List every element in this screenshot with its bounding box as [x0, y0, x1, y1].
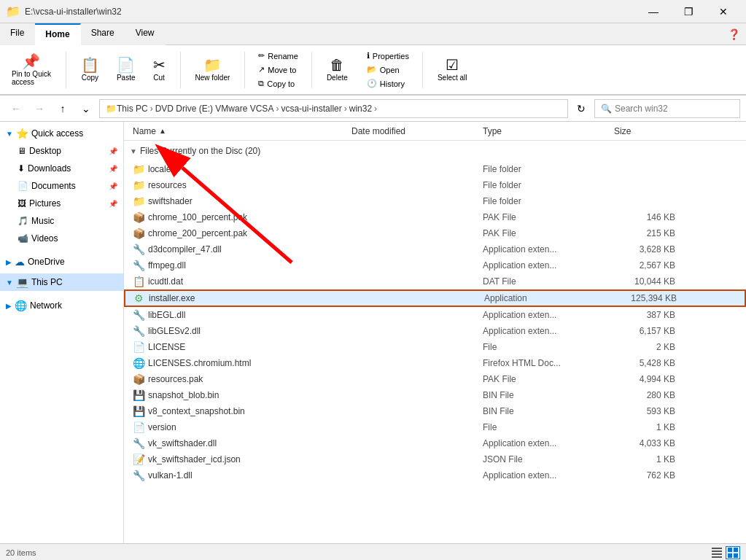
file-name: vulkan-1.dll: [148, 470, 193, 481]
sidebar-item-pictures[interactable]: 🖼 Pictures 📌: [0, 195, 123, 212]
table-row[interactable]: 📄 version File 1 KB: [124, 419, 746, 435]
table-row[interactable]: 📁 locales File folder: [124, 161, 746, 177]
main-content: ▼ ⭐ Quick access 🖥 Desktop 📌 ⬇ Downloads…: [0, 122, 746, 543]
details-view-button[interactable]: [710, 546, 724, 559]
tab-share[interactable]: Share: [81, 23, 125, 45]
col-size-header[interactable]: Size: [608, 126, 681, 136]
file-size: 4,994 KB: [608, 374, 681, 384]
file-type: PAK File: [477, 228, 608, 238]
file-icon-dll: 🔧: [133, 244, 145, 255]
breadcrumb-thispc[interactable]: This PC: [117, 104, 148, 114]
list-view-button[interactable]: [726, 546, 740, 559]
breadcrumb-vcsa[interactable]: vcsa-ui-installer: [281, 104, 341, 114]
table-row[interactable]: 🔧 vk_swiftshader.dll Application exten..…: [124, 435, 746, 451]
refresh-button[interactable]: ↻: [571, 98, 591, 119]
recent-locations-button[interactable]: ⌄: [76, 98, 96, 119]
select-all-button[interactable]: ☑ Select all: [432, 55, 473, 85]
table-row[interactable]: 📋 icudtl.dat DAT File 10,044 KB: [124, 273, 746, 289]
close-button[interactable]: ✕: [707, 0, 740, 23]
table-row[interactable]: 💾 snapshot_blob.bin BIN File 280 KB: [124, 387, 746, 403]
table-row[interactable]: 💾 v8_context_snapshot.bin BIN File 593 K…: [124, 403, 746, 419]
file-size: 280 KB: [608, 390, 681, 400]
properties-button[interactable]: ℹ Properties: [362, 50, 413, 62]
pin-quick-access-button[interactable]: 📌 Pin to Quickaccess: [6, 51, 57, 89]
table-row[interactable]: 📝 vk_swiftshader_icd.json JSON File 1 KB: [124, 451, 746, 467]
file-icon-file: 📄: [133, 421, 145, 433]
pictures-icon: 🖼: [18, 198, 26, 209]
music-label: Music: [31, 216, 54, 226]
select-all-icon: ☑: [446, 58, 459, 72]
table-row[interactable]: 📁 resources File folder: [124, 177, 746, 193]
col-date-header[interactable]: Date modified: [346, 126, 477, 136]
network-item[interactable]: ▶ 🌐 Network: [0, 297, 123, 314]
copy-button[interactable]: 📋 Copy: [75, 55, 105, 85]
file-size: 1 KB: [608, 422, 681, 432]
table-row[interactable]: 🔧 vulkan-1.dll Application exten... 762 …: [124, 467, 746, 483]
pin-documents-icon: 📌: [109, 182, 117, 190]
new-folder-button[interactable]: 📁 New folder: [190, 55, 236, 85]
sidebar-item-videos[interactable]: 📹 Videos: [0, 230, 123, 247]
move-label: Move to: [268, 66, 296, 74]
breadcrumb-dvddrive[interactable]: DVD Drive (E:) VMware VCSA: [155, 104, 274, 114]
cut-button[interactable]: ✂ Cut: [147, 55, 171, 85]
breadcrumb-win32[interactable]: win32: [349, 104, 372, 114]
thispc-item[interactable]: ▼ 💻 This PC: [0, 273, 123, 291]
table-row[interactable]: 🔧 ffmpeg.dll Application exten... 2,567 …: [124, 257, 746, 273]
file-name: locales: [148, 164, 175, 174]
sidebar-item-desktop[interactable]: 🖥 Desktop 📌: [0, 142, 123, 160]
file-name: v8_context_snapshot.bin: [148, 406, 245, 416]
file-type: Application exten...: [477, 438, 608, 448]
tab-view[interactable]: View: [125, 23, 166, 45]
music-icon: 🎵: [18, 216, 28, 226]
paste-button[interactable]: 📄 Paste: [111, 55, 141, 85]
onedrive-label: OneDrive: [28, 257, 65, 267]
table-row[interactable]: 📄 LICENSE File 2 KB: [124, 339, 746, 355]
address-box[interactable]: 📁 This PC › DVD Drive (E:) VMware VCSA ›…: [99, 99, 568, 118]
col-type-header[interactable]: Type: [477, 126, 608, 136]
sort-arrow: ▲: [159, 127, 166, 135]
forward-button[interactable]: →: [29, 98, 50, 119]
sidebar-item-downloads[interactable]: ⬇ Downloads 📌: [0, 160, 123, 177]
file-icon-dat: 📋: [133, 276, 145, 287]
quick-access-header[interactable]: ▼ ⭐ Quick access: [0, 125, 123, 142]
rename-button[interactable]: ✏ Rename: [254, 50, 303, 62]
help-button[interactable]: ❓: [728, 28, 740, 40]
svg-rect-4: [728, 548, 732, 552]
file-type: File folder: [477, 180, 608, 190]
file-name: libEGL.dll: [148, 310, 185, 320]
table-row[interactable]: 🔧 d3dcompiler_47.dll Application exten..…: [124, 241, 746, 257]
select-all-label: Select all: [438, 74, 467, 82]
tab-home[interactable]: Home: [35, 23, 80, 45]
file-size: 2,567 KB: [608, 260, 681, 271]
search-input[interactable]: [615, 104, 734, 114]
table-row[interactable]: 📦 chrome_100_percent.pak PAK File 146 KB: [124, 209, 746, 225]
copy-to-button[interactable]: ⧉ Copy to: [254, 77, 303, 90]
up-button[interactable]: ↑: [53, 98, 73, 119]
breadcrumb-folder-icon: 📁: [106, 104, 117, 114]
table-row[interactable]: 📦 resources.pak PAK File 4,994 KB: [124, 371, 746, 387]
delete-button[interactable]: 🗑 Delete: [321, 55, 354, 85]
table-row[interactable]: ⚙ installer.exe Application 125,394 KB: [124, 289, 746, 307]
minimize-button[interactable]: —: [637, 0, 670, 23]
table-row[interactable]: 🔧 libEGL.dll Application exten... 387 KB: [124, 307, 746, 323]
open-label: Open: [380, 66, 400, 74]
sidebar-item-documents[interactable]: 📄 Documents 📌: [0, 177, 123, 195]
sidebar-item-music[interactable]: 🎵 Music: [0, 212, 123, 230]
table-row[interactable]: 🌐 LICENSES.chromium.html Firefox HTML Do…: [124, 355, 746, 371]
back-button[interactable]: ←: [6, 98, 26, 119]
network-chevron: ▶: [6, 302, 12, 310]
open-button[interactable]: 📂 Open: [362, 63, 413, 76]
table-row[interactable]: 📦 chrome_200_percent.pak PAK File 215 KB: [124, 225, 746, 241]
table-row[interactable]: 🔧 libGLESv2.dll Application exten... 6,1…: [124, 323, 746, 339]
onedrive-item[interactable]: ▶ ☁ OneDrive: [0, 253, 123, 271]
copy-to-icon: ⧉: [258, 79, 264, 88]
maximize-button[interactable]: ❐: [672, 0, 705, 23]
downloads-label: Downloads: [28, 163, 71, 174]
title-bar: 📁 E:\vcsa-ui-installer\win32 — ❐ ✕: [0, 0, 746, 23]
move-to-button[interactable]: ↗ Move to: [254, 63, 303, 76]
col-name-header[interactable]: Name ▲: [127, 126, 346, 136]
status-bar: 20 items: [0, 543, 746, 560]
table-row[interactable]: 📁 swiftshader File folder: [124, 193, 746, 209]
tab-file[interactable]: File: [0, 23, 35, 45]
history-button[interactable]: 🕐 History: [362, 77, 413, 90]
